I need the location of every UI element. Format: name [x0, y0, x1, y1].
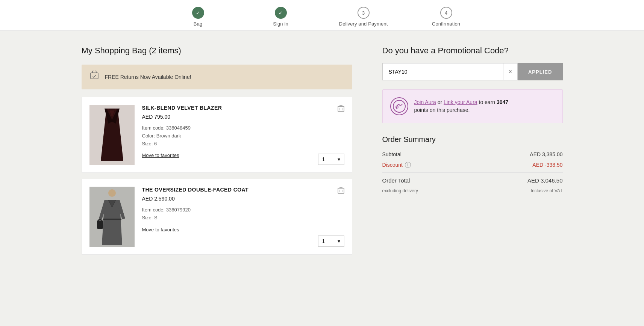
product-size-blazer: Size: 6	[142, 140, 344, 148]
product-details-blazer: SILK-BLEND VELVET BLAZER AED 795.00 Item…	[142, 105, 344, 158]
svg-rect-6	[97, 220, 103, 229]
product-size-coat: Size: S	[142, 214, 344, 222]
product-meta-coat: Item code: 336079920 Size: S	[142, 206, 344, 222]
right-column: Do you have a Promotional Code? × APPLIE…	[382, 46, 563, 198]
product-item-code-coat: Item code: 336079920	[142, 206, 344, 214]
total-label: Order Total	[382, 177, 410, 184]
promo-clear-button[interactable]: ×	[503, 63, 518, 80]
summary-divider	[382, 172, 563, 173]
step-signin-label: Sign in	[273, 21, 288, 27]
product-image-blazer	[89, 105, 135, 165]
discount-value: AED -338.50	[532, 162, 562, 168]
chevron-down-icon-coat: ▾	[338, 238, 340, 244]
quantity-value-coat: 1	[322, 238, 325, 244]
product-item-code-blazer: Item code: 336048459	[142, 124, 344, 132]
product-name-coat: THE OVERSIZED DOUBLE-FACED COAT	[142, 187, 344, 193]
returns-icon	[89, 71, 100, 83]
svg-rect-5	[103, 219, 121, 220]
discount-label: Discount i	[382, 162, 411, 168]
step-signin-circle: ✓	[275, 7, 287, 19]
aura-or-text: or	[438, 99, 442, 105]
product-price-coat: AED 2,590.00	[142, 196, 344, 202]
left-column: My Shopping Bag (2 items) FREE Returns N…	[82, 46, 352, 261]
product-details-coat: THE OVERSIZED DOUBLE-FACED COAT AED 2,59…	[142, 187, 344, 232]
progress-bar: ✓ Bag ✓ Sign in 3 Delivery and Payment 4…	[0, 0, 644, 31]
step-delivery: 3 Delivery and Payment	[322, 7, 405, 27]
quantity-value-blazer: 1	[322, 156, 325, 162]
discount-info-icon[interactable]: i	[405, 162, 411, 168]
summary-row-notes: excluding delivery Inclusive of VAT	[382, 188, 563, 193]
aura-points: 3047	[497, 99, 508, 105]
main-content: My Shopping Bag (2 items) FREE Returns N…	[59, 31, 585, 276]
promo-input-row: × APPLIED	[382, 63, 563, 80]
chevron-down-icon-blazer: ▾	[338, 156, 340, 162]
promo-title: Do you have a Promotional Code?	[382, 46, 563, 56]
svg-point-4	[108, 189, 116, 197]
summary-row-total: Order Total AED 3,046.50	[382, 177, 563, 184]
delete-button-blazer[interactable]	[338, 105, 344, 114]
svg-rect-0	[91, 73, 98, 79]
aura-logo	[390, 97, 408, 115]
product-color-blazer: Color: Brown dark	[142, 132, 344, 140]
aura-banner: Join Aura or Link your Aura to earn 3047…	[382, 89, 563, 123]
subtotal-label: Subtotal	[382, 151, 402, 157]
product-price-blazer: AED 795.00	[142, 114, 344, 120]
aura-text: Join Aura or Link your Aura to earn 3047…	[414, 98, 509, 114]
product-meta-blazer: Item code: 336048459 Color: Brown dark S…	[142, 124, 344, 148]
aura-earn-text: to earn	[479, 99, 497, 105]
aura-link-link[interactable]: Link your Aura	[444, 99, 477, 105]
step-confirmation-label: Confirmation	[432, 21, 460, 27]
aura-suffix-text: points on this purchase.	[414, 107, 470, 113]
aura-join-link[interactable]: Join Aura	[414, 99, 436, 105]
product-name-blazer: SILK-BLEND VELVET BLAZER	[142, 105, 344, 111]
step-bag-label: Bag	[194, 21, 203, 27]
promo-code-input[interactable]	[382, 63, 503, 80]
step-confirmation-circle: 4	[440, 7, 452, 19]
step-delivery-label: Delivery and Payment	[339, 21, 388, 27]
step-confirmation: 4 Confirmation	[405, 7, 488, 27]
shopping-bag-title: My Shopping Bag (2 items)	[82, 46, 352, 56]
order-summary-title: Order Summary	[382, 135, 563, 144]
step-bag-circle: ✓	[192, 7, 204, 19]
product-card-blazer: SILK-BLEND VELVET BLAZER AED 795.00 Item…	[82, 97, 352, 173]
summary-row-discount: Discount i AED -338.50	[382, 162, 563, 168]
step-delivery-circle: 3	[358, 7, 370, 19]
quantity-selector-blazer[interactable]: 1 ▾	[318, 154, 344, 165]
subtotal-value: AED 3,385.00	[530, 151, 562, 157]
svg-rect-7	[338, 188, 344, 193]
product-card-coat: THE OVERSIZED DOUBLE-FACED COAT AED 2,59…	[82, 179, 352, 255]
total-value: AED 3,046.50	[527, 177, 562, 184]
incl-vat-note: Inclusive of VAT	[531, 188, 563, 193]
move-to-favorites-coat[interactable]: Move to favorites	[142, 227, 179, 232]
svg-rect-1	[338, 106, 344, 112]
summary-row-subtotal: Subtotal AED 3,385.00	[382, 151, 563, 157]
delete-button-coat[interactable]	[338, 187, 344, 196]
returns-banner: FREE Returns Now Available Online!	[82, 65, 352, 89]
excl-delivery-note: excluding delivery	[382, 188, 418, 193]
returns-text: FREE Returns Now Available Online!	[105, 74, 191, 80]
product-image-coat	[89, 187, 135, 247]
step-signin: ✓ Sign in	[239, 7, 322, 27]
svg-point-10	[393, 100, 405, 112]
promo-applied-button[interactable]: APPLIED	[518, 63, 563, 80]
quantity-selector-coat[interactable]: 1 ▾	[318, 235, 344, 247]
move-to-favorites-blazer[interactable]: Move to favorites	[142, 152, 179, 158]
step-bag: ✓ Bag	[157, 7, 239, 27]
